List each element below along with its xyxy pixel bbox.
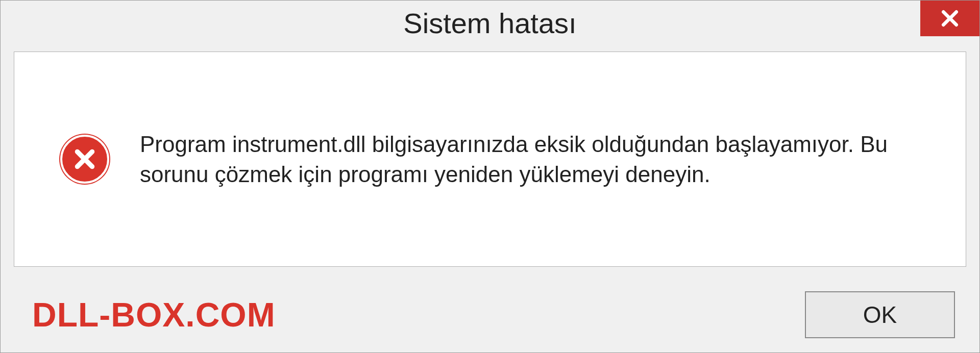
- dialog-title: Sistem hatası: [403, 1, 576, 40]
- titlebar: Sistem hatası: [1, 1, 979, 49]
- watermark-text: DLL-BOX.COM: [32, 295, 276, 334]
- close-icon: [940, 9, 960, 28]
- dialog-footer: DLL-BOX.COM OK: [1, 277, 979, 352]
- ok-button[interactable]: OK: [805, 291, 955, 338]
- error-dialog: Sistem hatası Program instrument.dll bil…: [0, 0, 980, 353]
- error-icon-wrap: [60, 135, 109, 184]
- error-circle-x-icon: [60, 135, 109, 184]
- error-message: Program instrument.dll bilgisayarınızda …: [140, 129, 930, 190]
- content-area: Program instrument.dll bilgisayarınızda …: [14, 52, 966, 267]
- close-button[interactable]: [920, 1, 979, 36]
